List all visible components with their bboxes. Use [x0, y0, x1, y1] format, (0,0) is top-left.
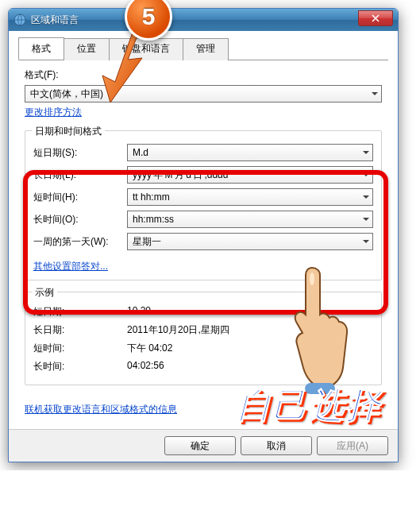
- format-select[interactable]: 中文(简体，中国): [25, 85, 382, 102]
- chevron-down-icon: [363, 240, 369, 243]
- short-time-select[interactable]: tt hh:mm: [127, 188, 373, 206]
- first-day-select[interactable]: 星期一: [127, 233, 373, 250]
- long-time-label: 长时间(O):: [33, 213, 127, 226]
- more-settings-link[interactable]: 其他设置部答对...: [33, 260, 108, 273]
- short-date-label: 短日期(S):: [33, 146, 127, 160]
- datetime-formats-group: 日期和时间格式 短日期(S): M.d 长日期(L): yyyy'年'M'月'd…: [25, 130, 382, 280]
- format-select-value: 中文(简体，中国): [30, 87, 103, 101]
- first-day-row: 一周的第一天(W): 星期一: [33, 233, 373, 250]
- short-date-row: 短日期(S): M.d: [33, 144, 373, 161]
- change-sort-link[interactable]: 更改排序方法: [25, 106, 82, 119]
- short-time-row: 短时间(H): tt hh:mm: [33, 188, 373, 206]
- chevron-down-icon: [363, 173, 369, 176]
- example-group: 示例 短日期: 10.20 长日期: 2011年10月20日,星期四 短时间: …: [25, 292, 382, 385]
- online-help-link[interactable]: 联机获取更改语言和区域格式的信息: [25, 403, 177, 416]
- dialog-body: 格式 位置 键盘和语言 管理 格式(F): 中文(简体，中国) 更改排序方法 日…: [9, 31, 398, 429]
- short-date-select[interactable]: M.d: [127, 144, 373, 161]
- dialog-footer: 确定 取消 应用(A): [9, 429, 398, 462]
- example-long-time: 长时间: 04:02:56: [33, 360, 373, 373]
- chevron-down-icon: [372, 92, 378, 95]
- long-date-row: 长日期(L): yyyy'年'M'月'd'日',dddd: [33, 166, 373, 184]
- example-short-time: 短时间: 下午 04:02: [33, 342, 373, 355]
- tab-strip: 格式 位置 键盘和语言 管理: [18, 37, 388, 60]
- first-day-label: 一周的第一天(W):: [33, 235, 127, 249]
- chevron-down-icon: [363, 151, 369, 154]
- chevron-down-icon: [363, 218, 369, 221]
- ok-button[interactable]: 确定: [164, 436, 236, 455]
- long-time-row: 长时间(O): hh:mm:ss: [33, 211, 373, 228]
- tab-administrative[interactable]: 管理: [183, 38, 229, 60]
- example-group-legend: 示例: [32, 286, 57, 300]
- format-label: 格式(F):: [25, 68, 382, 82]
- long-date-label: 长日期(L):: [33, 168, 127, 182]
- short-time-label: 短时间(H):: [33, 191, 127, 204]
- tab-keyboard-language[interactable]: 键盘和语言: [109, 38, 183, 60]
- long-date-select[interactable]: yyyy'年'M'月'd'日',dddd: [127, 166, 373, 184]
- example-short-date: 短日期: 10.20: [33, 305, 373, 319]
- globe-icon: [13, 14, 26, 26]
- long-time-select[interactable]: hh:mm:ss: [127, 211, 373, 228]
- chevron-down-icon: [363, 195, 369, 199]
- datetime-group-legend: 日期和时间格式: [32, 125, 105, 138]
- window-title: 区域和语言: [31, 14, 79, 27]
- example-long-date: 长日期: 2011年10月20日,星期四: [33, 323, 373, 337]
- region-language-dialog: 区域和语言 格式 位置 键盘和语言 管理 格式(F): 中文(简体，中国) 更改…: [8, 8, 399, 462]
- close-button[interactable]: [358, 10, 393, 26]
- titlebar: 区域和语言: [9, 9, 398, 31]
- apply-button[interactable]: 应用(A): [317, 436, 388, 455]
- cancel-button[interactable]: 取消: [241, 436, 312, 455]
- tab-format[interactable]: 格式: [18, 37, 64, 60]
- tab-location[interactable]: 位置: [64, 38, 110, 60]
